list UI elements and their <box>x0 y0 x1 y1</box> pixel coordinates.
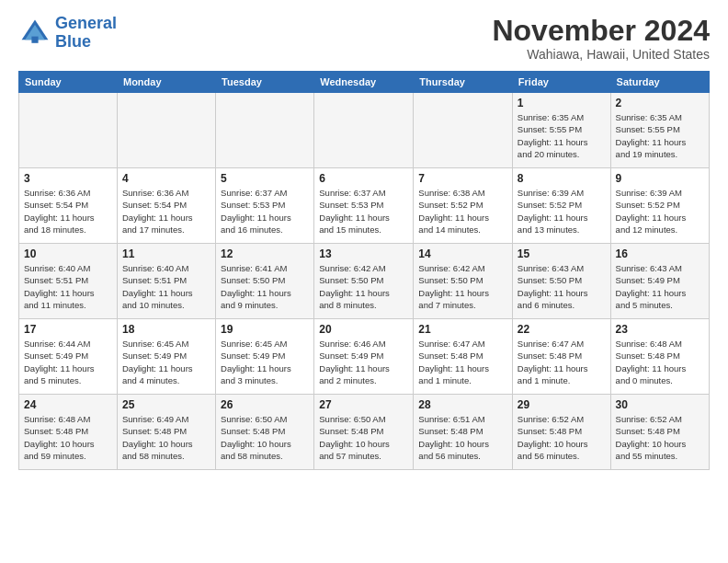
day-info: Sunrise: 6:43 AM Sunset: 5:50 PM Dayligh… <box>518 262 606 311</box>
table-row <box>19 93 118 168</box>
day-info: Sunrise: 6:39 AM Sunset: 5:52 PM Dayligh… <box>518 187 606 236</box>
table-row: 18Sunrise: 6:45 AM Sunset: 5:49 PM Dayli… <box>117 319 215 395</box>
day-info: Sunrise: 6:48 AM Sunset: 5:48 PM Dayligh… <box>616 338 704 386</box>
day-info: Sunrise: 6:51 AM Sunset: 5:48 PM Dayligh… <box>418 413 507 462</box>
day-number: 29 <box>518 398 606 411</box>
day-number: 15 <box>518 247 606 260</box>
day-info: Sunrise: 6:40 AM Sunset: 5:51 PM Dayligh… <box>24 262 112 311</box>
day-number: 17 <box>24 323 112 336</box>
day-info: Sunrise: 6:35 AM Sunset: 5:55 PM Dayligh… <box>616 111 704 160</box>
calendar-week-row: 1Sunrise: 6:35 AM Sunset: 5:55 PM Daylig… <box>19 93 710 168</box>
day-number: 12 <box>221 247 309 260</box>
day-number: 7 <box>418 172 507 185</box>
table-row: 24Sunrise: 6:48 AM Sunset: 5:48 PM Dayli… <box>19 395 118 470</box>
table-row: 25Sunrise: 6:49 AM Sunset: 5:48 PM Dayli… <box>117 395 215 470</box>
location-subtitle: Wahiawa, Hawaii, United States <box>492 47 710 62</box>
calendar-header-row: Sunday Monday Tuesday Wednesday Thursday… <box>19 72 710 93</box>
day-number: 16 <box>616 247 704 260</box>
table-row: 8Sunrise: 6:39 AM Sunset: 5:52 PM Daylig… <box>512 168 610 244</box>
day-number: 26 <box>221 398 309 411</box>
day-number: 20 <box>319 323 408 336</box>
day-info: Sunrise: 6:52 AM Sunset: 5:48 PM Dayligh… <box>518 413 606 462</box>
table-row: 1Sunrise: 6:35 AM Sunset: 5:55 PM Daylig… <box>512 93 610 168</box>
calendar-week-row: 3Sunrise: 6:36 AM Sunset: 5:54 PM Daylig… <box>19 168 710 244</box>
day-number: 13 <box>319 247 408 260</box>
title-block: November 2024 Wahiawa, Hawaii, United St… <box>492 15 710 62</box>
table-row: 23Sunrise: 6:48 AM Sunset: 5:48 PM Dayli… <box>610 319 709 395</box>
day-number: 3 <box>24 172 112 185</box>
table-row: 11Sunrise: 6:40 AM Sunset: 5:51 PM Dayli… <box>117 244 215 319</box>
day-info: Sunrise: 6:46 AM Sunset: 5:49 PM Dayligh… <box>319 338 408 386</box>
day-info: Sunrise: 6:48 AM Sunset: 5:48 PM Dayligh… <box>24 413 112 462</box>
col-monday: Monday <box>117 72 215 93</box>
table-row: 6Sunrise: 6:37 AM Sunset: 5:53 PM Daylig… <box>314 168 414 244</box>
day-info: Sunrise: 6:36 AM Sunset: 5:54 PM Dayligh… <box>122 187 210 236</box>
col-wednesday: Wednesday <box>314 72 414 93</box>
table-row: 14Sunrise: 6:42 AM Sunset: 5:50 PM Dayli… <box>414 244 513 319</box>
table-row: 3Sunrise: 6:36 AM Sunset: 5:54 PM Daylig… <box>19 168 118 244</box>
col-friday: Friday <box>512 72 610 93</box>
day-info: Sunrise: 6:44 AM Sunset: 5:49 PM Dayligh… <box>24 338 112 386</box>
day-info: Sunrise: 6:35 AM Sunset: 5:55 PM Dayligh… <box>518 111 606 160</box>
logo-icon <box>18 17 51 50</box>
table-row: 19Sunrise: 6:45 AM Sunset: 5:49 PM Dayli… <box>216 319 314 395</box>
svg-rect-2 <box>31 36 38 42</box>
calendar-week-row: 10Sunrise: 6:40 AM Sunset: 5:51 PM Dayli… <box>19 244 710 319</box>
table-row: 5Sunrise: 6:37 AM Sunset: 5:53 PM Daylig… <box>216 168 314 244</box>
day-number: 19 <box>221 323 309 336</box>
day-info: Sunrise: 6:50 AM Sunset: 5:48 PM Dayligh… <box>221 413 309 462</box>
calendar-table: Sunday Monday Tuesday Wednesday Thursday… <box>18 71 710 470</box>
table-row: 4Sunrise: 6:36 AM Sunset: 5:54 PM Daylig… <box>117 168 215 244</box>
day-number: 10 <box>24 247 112 260</box>
day-info: Sunrise: 6:42 AM Sunset: 5:50 PM Dayligh… <box>319 262 408 311</box>
day-number: 22 <box>518 323 606 336</box>
logo-line1: General <box>55 14 117 32</box>
col-saturday: Saturday <box>610 72 709 93</box>
day-number: 21 <box>418 323 507 336</box>
day-number: 2 <box>616 97 704 109</box>
table-row: 27Sunrise: 6:50 AM Sunset: 5:48 PM Dayli… <box>314 395 414 470</box>
calendar-week-row: 24Sunrise: 6:48 AM Sunset: 5:48 PM Dayli… <box>19 395 710 470</box>
day-info: Sunrise: 6:47 AM Sunset: 5:48 PM Dayligh… <box>418 338 507 386</box>
day-info: Sunrise: 6:47 AM Sunset: 5:48 PM Dayligh… <box>518 338 606 386</box>
table-row: 12Sunrise: 6:41 AM Sunset: 5:50 PM Dayli… <box>216 244 314 319</box>
table-row: 17Sunrise: 6:44 AM Sunset: 5:49 PM Dayli… <box>19 319 118 395</box>
day-info: Sunrise: 6:49 AM Sunset: 5:48 PM Dayligh… <box>122 413 210 462</box>
page: General Blue November 2024 Wahiawa, Hawa… <box>0 0 728 479</box>
day-info: Sunrise: 6:37 AM Sunset: 5:53 PM Dayligh… <box>319 187 408 236</box>
table-row: 22Sunrise: 6:47 AM Sunset: 5:48 PM Dayli… <box>512 319 610 395</box>
table-row <box>414 93 513 168</box>
table-row: 9Sunrise: 6:39 AM Sunset: 5:52 PM Daylig… <box>610 168 709 244</box>
day-number: 8 <box>518 172 606 185</box>
table-row <box>216 93 314 168</box>
table-row: 16Sunrise: 6:43 AM Sunset: 5:49 PM Dayli… <box>610 244 709 319</box>
day-info: Sunrise: 6:38 AM Sunset: 5:52 PM Dayligh… <box>418 187 507 236</box>
day-info: Sunrise: 6:52 AM Sunset: 5:48 PM Dayligh… <box>616 413 704 462</box>
day-number: 30 <box>616 398 704 411</box>
day-info: Sunrise: 6:37 AM Sunset: 5:53 PM Dayligh… <box>221 187 309 236</box>
day-info: Sunrise: 6:42 AM Sunset: 5:50 PM Dayligh… <box>418 262 507 311</box>
table-row: 7Sunrise: 6:38 AM Sunset: 5:52 PM Daylig… <box>414 168 513 244</box>
day-number: 11 <box>122 247 210 260</box>
day-number: 24 <box>24 398 112 411</box>
table-row: 10Sunrise: 6:40 AM Sunset: 5:51 PM Dayli… <box>19 244 118 319</box>
day-info: Sunrise: 6:40 AM Sunset: 5:51 PM Dayligh… <box>122 262 210 311</box>
table-row: 20Sunrise: 6:46 AM Sunset: 5:49 PM Dayli… <box>314 319 414 395</box>
day-info: Sunrise: 6:39 AM Sunset: 5:52 PM Dayligh… <box>616 187 704 236</box>
day-number: 5 <box>221 172 309 185</box>
table-row: 28Sunrise: 6:51 AM Sunset: 5:48 PM Dayli… <box>414 395 513 470</box>
table-row <box>314 93 414 168</box>
day-number: 27 <box>319 398 408 411</box>
table-row: 13Sunrise: 6:42 AM Sunset: 5:50 PM Dayli… <box>314 244 414 319</box>
col-tuesday: Tuesday <box>216 72 314 93</box>
month-title: November 2024 <box>492 15 710 47</box>
day-number: 14 <box>418 247 507 260</box>
day-info: Sunrise: 6:50 AM Sunset: 5:48 PM Dayligh… <box>319 413 408 462</box>
day-info: Sunrise: 6:41 AM Sunset: 5:50 PM Dayligh… <box>221 262 309 311</box>
logo: General Blue <box>18 15 117 52</box>
col-thursday: Thursday <box>414 72 513 93</box>
table-row: 15Sunrise: 6:43 AM Sunset: 5:50 PM Dayli… <box>512 244 610 319</box>
calendar-week-row: 17Sunrise: 6:44 AM Sunset: 5:49 PM Dayli… <box>19 319 710 395</box>
day-number: 4 <box>122 172 210 185</box>
day-number: 23 <box>616 323 704 336</box>
